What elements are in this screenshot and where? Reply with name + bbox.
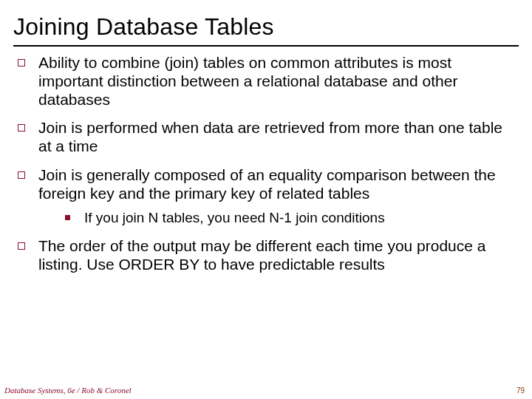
slide-title: Joining Database Tables	[13, 13, 519, 41]
page-number: 79	[516, 386, 525, 395]
bullet-text: The order of the output may be different…	[38, 237, 485, 273]
square-bullet-icon	[18, 124, 25, 132]
list-item: Join is performed when data are retrieve…	[18, 119, 519, 156]
footer-citation: Database Systems, 6e / Rob & Coronel	[4, 386, 132, 395]
list-item: Ability to combine (join) tables on comm…	[18, 54, 519, 109]
square-bullet-icon	[18, 171, 25, 179]
list-item: The order of the output may be different…	[18, 237, 519, 274]
slide: Joining Database Tables Ability to combi…	[0, 0, 532, 399]
bullet-text: Join is performed when data are retrieve…	[38, 119, 502, 154]
bullet-text: Join is generally composed of an equalit…	[38, 166, 496, 202]
sub-list: If you join N tables, you need N-1 join …	[38, 210, 519, 227]
list-item: Join is generally composed of an equalit…	[18, 166, 519, 227]
square-bullet-icon	[18, 59, 25, 66]
title-rule	[13, 45, 519, 47]
bullet-list: Ability to combine (join) tables on comm…	[13, 54, 519, 274]
square-bullet-icon	[18, 242, 25, 250]
sub-bullet-text: If you join N tables, you need N-1 join …	[84, 210, 385, 225]
sub-list-item: If you join N tables, you need N-1 join …	[65, 210, 519, 227]
bullet-text: Ability to combine (join) tables on comm…	[38, 54, 457, 108]
filled-square-bullet-icon	[65, 215, 70, 220]
